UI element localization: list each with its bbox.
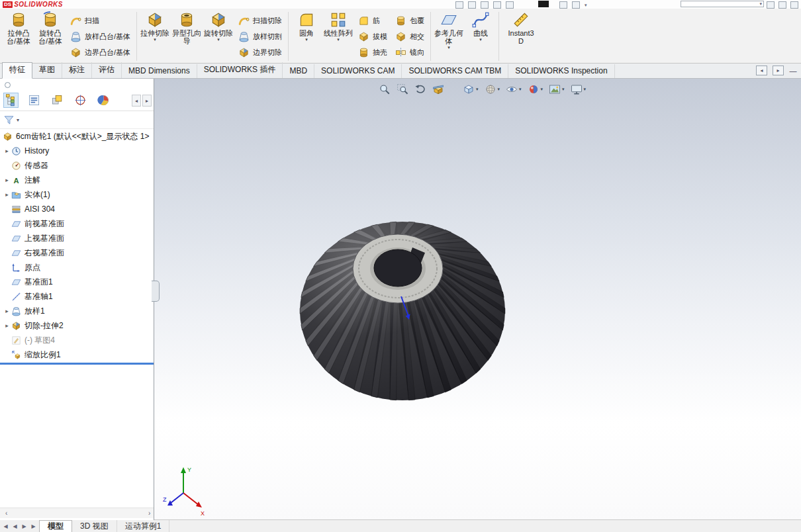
search-box[interactable]: ▾	[681, 1, 764, 7]
linear-pattern-button[interactable]: 线性阵列 ▾	[322, 10, 354, 63]
first-study-icon[interactable]: ◀	[1, 521, 10, 531]
instant3d-button[interactable]: Instant3D	[501, 10, 541, 63]
dimxpert-tab[interactable]	[73, 93, 87, 107]
tree-item-cut-extrude2[interactable]: ▸ 切除-拉伸2	[0, 318, 154, 333]
tab-sketch[interactable]: 草图	[32, 62, 62, 78]
scroll-left-icon[interactable]: ‹	[1, 509, 9, 517]
apply-scene-button[interactable]: ▾	[549, 83, 565, 95]
curves-button[interactable]: 曲线 ▾	[465, 10, 496, 63]
display-manager-tab[interactable]	[97, 93, 111, 107]
expand-arrow-icon[interactable]: ▸	[3, 177, 11, 183]
shell-button[interactable]: 抽壳	[354, 44, 391, 60]
configuration-manager-tab[interactable]	[50, 93, 64, 107]
draft-button[interactable]: 拔模	[354, 28, 391, 44]
tab-features[interactable]: 特征	[2, 62, 32, 79]
pane-left-icon[interactable]: ◂	[756, 66, 767, 75]
tree-item-scale1[interactable]: 缩放比例1	[0, 347, 154, 362]
tree-item-loft1[interactable]: ▸ 放样1	[0, 304, 154, 318]
rib-button[interactable]: 筋	[354, 13, 391, 28]
graphics-viewport[interactable]: ▾ ▾ ▾ ▾ ▾ ▾	[154, 79, 801, 520]
tree-item-annotations[interactable]: ▸ 注解	[0, 173, 154, 187]
revolved-boss-button[interactable]: 旋转凸台/基体	[34, 10, 66, 63]
motion-study-tab[interactable]: 运动算例1	[117, 520, 170, 532]
mirror-button[interactable]: 镜向	[391, 44, 428, 60]
expand-arrow-icon[interactable]: ▸	[3, 308, 11, 314]
tree-item-front-plane[interactable]: 前视基准面	[0, 216, 154, 231]
model-tab[interactable]: 模型	[39, 520, 72, 532]
panel-horizontal-scrollbar[interactable]: ‹ ›	[0, 508, 154, 518]
gear-model[interactable]	[289, 216, 514, 418]
section-view-button[interactable]	[432, 83, 444, 95]
expand-arrow-icon[interactable]: ▸	[3, 148, 11, 154]
swept-boss-button[interactable]: 扫描	[66, 13, 134, 28]
collapse-ribbon-icon[interactable]: —	[789, 66, 797, 75]
quickbar-icon[interactable]	[455, 1, 463, 9]
last-study-icon[interactable]: ▶	[29, 521, 38, 531]
edit-appearance-button[interactable]: ▾	[528, 83, 543, 95]
rollback-bar[interactable]	[0, 363, 154, 365]
tab-annotations[interactable]: 标注	[62, 62, 92, 78]
tab-addins[interactable]: SOLIDWORKS 插件	[197, 62, 283, 78]
zoom-to-fit-button[interactable]	[379, 83, 391, 95]
prev-study-icon[interactable]: ◀	[11, 521, 19, 531]
tree-item-plane1[interactable]: 基准面1	[0, 275, 154, 289]
rollback-pin-icon[interactable]	[5, 82, 11, 88]
hide-show-items-button[interactable]: ▾	[506, 83, 522, 95]
tree-item-solid-bodies[interactable]: ▸ 实体(1)	[0, 187, 154, 202]
feature-manager-tab[interactable]	[4, 93, 18, 107]
expand-arrow-icon[interactable]: ▸	[3, 191, 11, 198]
filter-icon[interactable]	[3, 114, 15, 126]
tree-item-right-plane[interactable]: 右视基准面	[0, 245, 154, 260]
tree-item-top-plane[interactable]: 上视基准面	[0, 231, 154, 245]
previous-view-button[interactable]	[414, 83, 426, 95]
scroll-right-icon[interactable]: ▸	[142, 95, 152, 107]
app-menu-icon[interactable]	[538, 1, 549, 7]
swept-cut-button[interactable]: 扫描切除	[234, 13, 286, 28]
view-settings-button[interactable]: ▾	[571, 83, 587, 95]
tab-mbd[interactable]: MBD	[283, 64, 314, 78]
hole-wizard-button[interactable]: 异型孔向导	[171, 10, 203, 63]
quickbar-icon[interactable]	[506, 1, 514, 9]
tree-item-history[interactable]: ▸ History	[0, 144, 154, 158]
quickbar-icon[interactable]	[493, 1, 501, 9]
view-orientation-button[interactable]: ▾	[463, 83, 479, 95]
tree-item-sketch4[interactable]: (-) 草图4	[0, 333, 154, 347]
boundary-boss-button[interactable]: 边界凸台/基体	[66, 44, 134, 60]
panel-splitter-handle[interactable]	[152, 281, 160, 302]
scroll-left-icon[interactable]: ◂	[132, 95, 141, 107]
intersect-button[interactable]: 相交	[391, 28, 428, 44]
tab-cam[interactable]: SOLIDWORKS CAM	[314, 64, 402, 78]
boundary-cut-button[interactable]: 边界切除	[234, 44, 286, 60]
revolved-cut-button[interactable]: 旋转切除 ▾	[203, 10, 234, 63]
quickbar-icon[interactable]	[481, 1, 489, 9]
wrap-button[interactable]: 包覆	[391, 13, 428, 28]
tab-inspection[interactable]: SOLIDWORKS Inspection	[508, 64, 614, 78]
tab-mbd-dimensions[interactable]: MBD Dimensions	[122, 64, 197, 78]
restore-icon[interactable]	[778, 1, 786, 9]
tab-cam-tbm[interactable]: SOLIDWORKS CAM TBM	[402, 64, 508, 78]
chevron-down-icon[interactable]: ▾	[17, 117, 19, 123]
extruded-cut-button[interactable]: 拉伸切除 ▾	[139, 10, 171, 63]
tab-evaluate[interactable]: 评估	[92, 62, 122, 78]
tree-item-axis1[interactable]: 基准轴1	[0, 289, 154, 304]
lofted-cut-button[interactable]: 放样切割	[234, 28, 286, 44]
extruded-boss-button[interactable]: 拉伸凸台/基体	[3, 10, 34, 63]
lofted-boss-button[interactable]: 放样凸台/基体	[66, 28, 134, 44]
pane-right-icon[interactable]: ▸	[773, 66, 784, 75]
fillet-button[interactable]: 圆角 ▾	[291, 10, 322, 63]
chevron-down-icon[interactable]: ▾	[585, 3, 587, 8]
scroll-right-icon[interactable]: ›	[144, 509, 152, 517]
tree-item-material[interactable]: AISI 304	[0, 202, 154, 216]
tree-item-part-root[interactable]: 6cm齿轮1 (默认<<默认>_显示状态 1>	[0, 129, 154, 144]
search-dropdown-icon[interactable]: ▾	[759, 1, 762, 7]
reference-geometry-button[interactable]: 参考几何体 ▾	[433, 10, 465, 63]
tree-item-sensors[interactable]: 传感器	[0, 158, 154, 173]
tree-item-origin[interactable]: 原点	[0, 260, 154, 275]
quickbar-icon[interactable]	[468, 1, 476, 9]
titlebar-tool-icon[interactable]	[572, 1, 580, 9]
zoom-to-area-button[interactable]	[397, 83, 408, 95]
display-style-button[interactable]: ▾	[485, 83, 500, 95]
property-manager-tab[interactable]	[27, 93, 41, 107]
close-icon[interactable]	[790, 1, 798, 9]
expand-arrow-icon[interactable]: ▸	[3, 322, 11, 329]
